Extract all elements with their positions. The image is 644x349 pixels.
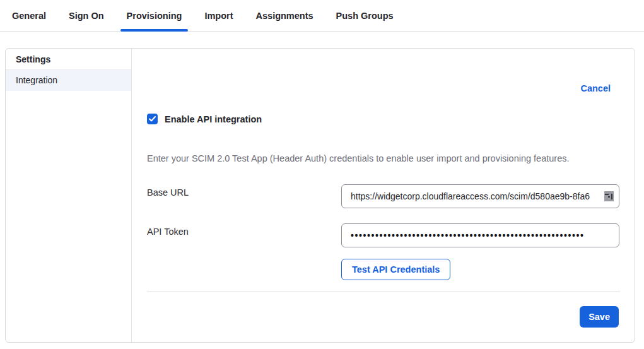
provisioning-panel: Settings Integration Cancel Enable API i… xyxy=(5,48,635,343)
credentials-description: Enter your SCIM 2.0 Test App (Header Aut… xyxy=(147,152,619,165)
enable-api-checkbox[interactable] xyxy=(147,114,158,124)
sidebar-header: Settings xyxy=(6,49,131,70)
check-icon xyxy=(149,116,156,122)
save-button[interactable]: Save xyxy=(580,306,619,328)
api-token-input[interactable] xyxy=(341,223,619,247)
cancel-link[interactable]: Cancel xyxy=(580,83,611,93)
tab-assignments[interactable]: Assignments xyxy=(250,11,320,31)
tab-provisioning[interactable]: Provisioning xyxy=(120,11,189,31)
base-url-input[interactable] xyxy=(341,184,619,208)
base-url-label: Base URL xyxy=(147,187,189,198)
enable-api-row: Enable API integration xyxy=(147,114,262,124)
app-tab-bar: General Sign On Provisioning Import Assi… xyxy=(0,0,644,32)
truncated-text-marker xyxy=(604,191,614,201)
enable-api-label: Enable API integration xyxy=(165,114,262,124)
api-token-label: API Token xyxy=(147,227,189,237)
settings-sidebar: Settings Integration xyxy=(6,49,132,342)
tab-import[interactable]: Import xyxy=(198,11,239,31)
tab-sign-on[interactable]: Sign On xyxy=(62,11,110,31)
tab-general[interactable]: General xyxy=(6,11,52,31)
api-token-input-wrap xyxy=(341,223,619,247)
test-api-credentials-button[interactable]: Test API Credentials xyxy=(341,259,450,280)
base-url-input-wrap xyxy=(341,184,619,208)
integration-settings-main: Cancel Enable API integration Enter your… xyxy=(132,49,635,342)
tab-push-groups[interactable]: Push Groups xyxy=(330,11,400,31)
sidebar-item-integration[interactable]: Integration xyxy=(6,70,131,91)
footer-divider xyxy=(147,292,620,292)
